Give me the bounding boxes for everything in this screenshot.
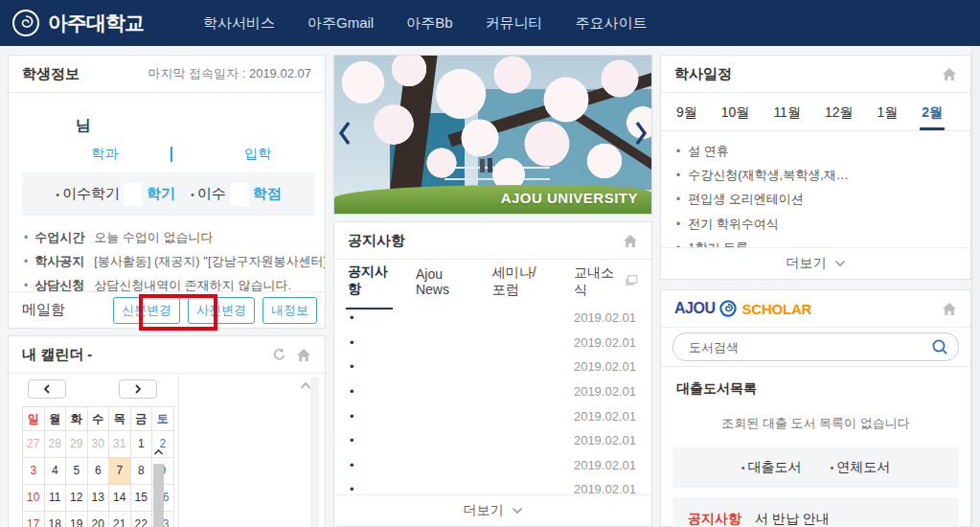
mailbox-label[interactable]: 메일함 (22, 301, 113, 319)
student-info-panel: 학생정보 마지막 접속일자 : 2019.02.07 님 학과 입학 이수학기 … (8, 55, 326, 329)
university-logo[interactable]: 아주대학교 (11, 9, 144, 37)
semester-unit[interactable]: 학기 (147, 185, 175, 203)
notice-list-item[interactable]: 2019.02.01 (334, 355, 651, 379)
notice-list-item[interactable]: 2019.02.01 (334, 331, 651, 355)
credit-unit[interactable]: 학점 (253, 185, 282, 203)
home-icon[interactable] (942, 302, 957, 316)
schedule-item[interactable]: 수강신청(재학생,복학생,재… (661, 163, 970, 187)
calendar-prev-button[interactable] (28, 379, 66, 399)
nav-item-gmail[interactable]: 아주Gmail (308, 14, 374, 33)
tab-notice[interactable]: 공지사항 (346, 252, 393, 309)
tab-month-2[interactable]: 2월 (920, 104, 945, 130)
tab-month-9[interactable]: 9월 (674, 104, 699, 130)
calendar-day[interactable]: 29 (66, 431, 88, 458)
nav-item-bb[interactable]: 아주Bb (406, 14, 452, 33)
tab-seminar-forum[interactable]: 세미나/포럼 (490, 253, 551, 309)
calendar-day[interactable]: 18 (45, 512, 67, 527)
calendar-day[interactable]: 21 (109, 512, 131, 527)
calendar-day[interactable]: 13 (88, 485, 110, 512)
carousel-next-icon[interactable] (632, 119, 650, 148)
calendar-day[interactable]: 10 (23, 485, 45, 512)
calendar-day[interactable]: 5 (66, 458, 88, 485)
home-icon[interactable] (942, 67, 957, 81)
library-notice-box: 공지사항 서 반납 안내 (672, 497, 959, 527)
calendar-week-row: 27 28 29 30 31 1 2 (23, 431, 174, 458)
nav-item-academic-services[interactable]: 학사서비스 (203, 14, 275, 33)
search-icon[interactable] (931, 338, 948, 355)
calendar-day[interactable]: 17 (23, 512, 45, 527)
change-photo-button[interactable]: 사진변경 (188, 297, 255, 324)
page-scrollbar[interactable] (971, 46, 980, 527)
calendar-day[interactable]: 3 (23, 458, 45, 485)
calendar-day[interactable]: 8 (131, 458, 153, 485)
calendar-weekday-row: 일 월 화 수 목 금 토 (23, 407, 174, 431)
notice-more-button[interactable]: 더보기 (334, 494, 651, 526)
admission-label: 입학 (244, 146, 271, 163)
top-navbar: 아주대학교 학사서비스 아주Gmail 아주Bb 커뮤니티 주요사이트 (0, 0, 980, 46)
notice-list-item[interactable]: 2019.02.01 (334, 403, 651, 428)
scholar-logo[interactable]: AJOU SCHOLAR (674, 300, 811, 317)
calendar-day[interactable]: 19 (66, 512, 88, 527)
notice-list-item[interactable]: 2019.02.01 (334, 428, 651, 453)
tab-month-11[interactable]: 11월 (771, 104, 803, 130)
open-new-window-icon[interactable] (625, 275, 638, 286)
loans-title: 대출도서목록 (676, 380, 970, 398)
panel-scrollbar[interactable] (310, 378, 319, 527)
calendar-day[interactable]: 14 (109, 485, 131, 512)
calendar-day[interactable]: 31 (109, 431, 131, 458)
tab-month-12[interactable]: 12월 (823, 104, 855, 130)
notice-list-item[interactable]: 2019.02.01 (334, 379, 651, 404)
tab-ajou-news[interactable]: Ajou News (414, 255, 469, 307)
calendar-day[interactable]: 11 (45, 485, 67, 512)
nav-item-major-sites[interactable]: 주요사이트 (576, 14, 648, 33)
calendar-day[interactable]: 15 (131, 485, 153, 512)
calendar-day-today[interactable]: 7 (109, 458, 131, 485)
tab-month-1[interactable]: 1월 (876, 104, 900, 130)
schedule-item[interactable]: 편입생 오리엔테이션 (661, 188, 970, 212)
calendar-day[interactable]: 30 (88, 431, 110, 458)
dept-label: 학과 (91, 146, 118, 163)
carousel-prev-icon[interactable] (336, 119, 353, 148)
home-icon[interactable] (623, 234, 638, 248)
schedule-header: 학사일정 (661, 56, 970, 93)
home-icon[interactable] (296, 348, 311, 362)
semester-label: 이수학기 (56, 185, 120, 203)
tab-month-10[interactable]: 10월 (719, 104, 752, 130)
overdue-books-link[interactable]: 연체도서 (831, 459, 891, 476)
notice-list-item[interactable]: 2019.02.01 (334, 453, 651, 478)
my-calendar-title: 내 캘린더 - (22, 346, 92, 364)
schedule-item[interactable]: 설 연휴 (661, 139, 970, 163)
library-notice-text[interactable]: 서 반납 안내 (755, 511, 830, 527)
calendar-day[interactable]: 20 (88, 512, 110, 527)
ajou-scholar-panel: AJOU SCHOLAR 대출도서목록 조회된 대출 도서 목록이 없습 (660, 289, 971, 527)
schedule-more-button[interactable]: 더보기 (661, 247, 970, 279)
info-row-class-time: 수업시간 오늘 수업이 없습니다 (24, 225, 325, 249)
tab-campus-news[interactable]: 교내소식 (572, 253, 619, 309)
notice-title: 공지사항 (348, 232, 405, 250)
calendar-day[interactable]: 28 (45, 431, 67, 458)
portal-page: 아주대학교 학사서비스 아주Gmail 아주Bb 커뮤니티 주요사이트 학생정보… (0, 0, 980, 527)
nav-item-community[interactable]: 커뮤니티 (486, 14, 543, 33)
book-search-input[interactable] (687, 339, 931, 355)
calendar-day[interactable]: 6 (88, 458, 110, 485)
calendar-next-button[interactable] (119, 379, 157, 399)
calendar-day[interactable]: 22 (131, 512, 153, 527)
loaned-books-link[interactable]: 대출도서 (741, 459, 802, 476)
banner-carousel[interactable]: AJOU UNIVERSITY (333, 55, 652, 215)
refresh-icon[interactable] (271, 348, 286, 362)
credit-summary-box: 이수학기 학기 이수 학점 (22, 172, 315, 216)
calendar-day[interactable]: 12 (66, 485, 88, 512)
book-search-box[interactable] (672, 332, 959, 361)
info-row-academic-notice[interactable]: 학사공지 [봉사활동] (재공지) "[강남구자원봉사센터]… (24, 249, 325, 273)
calendar-day[interactable]: 27 (23, 431, 45, 458)
calendar-scrollbar-thumb[interactable] (153, 464, 164, 527)
calendar-day[interactable]: 1 (131, 431, 153, 458)
calendar-week-row: 10 11 12 13 14 15 16 (23, 485, 174, 512)
last-access-date: 2019.02.07 (249, 66, 311, 80)
my-info-button[interactable]: 내정보 (262, 297, 317, 324)
schedule-item[interactable]: 전기 학위수여식 (661, 212, 970, 236)
calendar-scrollbar[interactable] (153, 443, 165, 527)
change-status-button[interactable]: 신분변경 (113, 297, 180, 324)
notice-tabs: 공지사항 Ajou News 세미나/포럼 교내소식 (334, 260, 651, 302)
calendar-day[interactable]: 4 (45, 458, 67, 485)
